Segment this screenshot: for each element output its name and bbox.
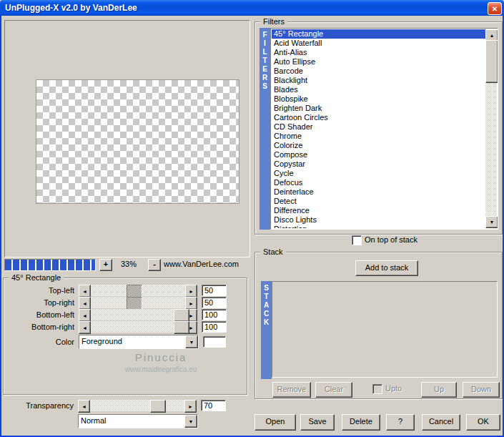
filter-list-item[interactable]: Colorize [272,141,485,150]
save-button[interactable]: Save [300,414,335,431]
parameters-group-label: 45° Rectangle [9,272,64,283]
bottom-right-value[interactable]: 100 [202,321,227,333]
arrow-left-icon[interactable]: ◄ [79,285,91,298]
preview-transparency-image[interactable] [36,79,239,204]
top-left-value[interactable]: 50 [202,285,227,296]
watermark-site: www.maidiregrafica.eu [97,365,225,373]
delete-button[interactable]: Delete [342,414,380,431]
transparency-value[interactable]: 70 [201,400,226,411]
scrollbar-thumb[interactable] [485,40,498,83]
arrow-left-icon[interactable]: ◄ [78,400,90,413]
top-left-track[interactable] [91,285,185,296]
filter-list-item[interactable]: Cycle [272,169,485,178]
strip-letter: F [262,31,267,39]
strip-letter: S [264,284,269,292]
on-top-of-stack-label: On top of stack [365,235,417,245]
strip-letter: L [262,48,267,56]
transparency-label: Transparency [6,401,78,410]
filter-list-item[interactable]: Defocus [272,178,485,187]
transparency-slider[interactable]: ◄ ► [78,400,197,411]
filter-list-item[interactable]: Auto Ellipse [272,57,485,67]
color-dropdown[interactable]: Foreground ▼ [79,335,199,349]
on-top-of-stack-checkbox[interactable] [352,235,362,245]
filter-list-item[interactable]: Barcode [272,67,485,76]
bottom-right-row: Bottom-right ◄ ► 100 [6,321,242,333]
filter-list-item[interactable]: Chrome [272,132,485,141]
open-button[interactable]: Open [255,414,296,431]
clear-button[interactable]: Clear [315,382,352,398]
blend-row: Normal ▼ [6,415,242,428]
top-right-track[interactable] [91,297,185,308]
top-left-slider[interactable]: ◄ ► [79,285,197,296]
filter-list-item[interactable]: Compose [272,150,485,159]
scroll-down-icon[interactable]: ▼ [485,216,498,228]
filter-list-item[interactable]: Disco Lights [272,215,485,225]
bottom-left-track[interactable] [91,309,185,320]
filter-list-item[interactable]: Blacklight [272,76,485,85]
close-button[interactable]: ✕ [488,2,502,15]
arrow-right-icon[interactable]: ► [185,297,197,310]
filter-list-item[interactable]: Deinterlace [272,187,485,197]
arrow-right-icon[interactable]: ► [184,400,197,413]
strip-letter: S [262,82,267,90]
filter-list-item[interactable]: Cartoon Circles [272,113,485,122]
bottom-left-thumb[interactable] [174,309,189,322]
filter-list-item[interactable]: Distortion [272,225,485,228]
filter-list-item[interactable]: Blobspike [272,94,485,104]
watermark-name: Pinuccia [97,351,225,363]
filters-listbox[interactable]: 45° Rectangle Acid Waterfall Anti-Alias … [270,28,498,230]
filter-list-item[interactable]: Detect [272,197,485,206]
titlebar[interactable]: UnPlugged-X v2.0 by VanDerLee ✕ [0,0,504,16]
filter-list-item[interactable]: Difference [272,206,485,215]
top-right-value[interactable]: 50 [202,297,227,308]
ok-button[interactable]: OK [466,414,500,431]
up-button[interactable]: Up [421,382,457,398]
cancel-button[interactable]: Cancel [422,414,460,431]
top-right-slider[interactable]: ◄ ► [79,297,197,308]
bottom-right-slider[interactable]: ◄ ► [79,321,197,333]
down-button[interactable]: Down [463,382,500,398]
arrow-right-icon[interactable]: ► [185,285,197,298]
zoom-out-button[interactable]: - [148,259,161,271]
bottom-left-slider[interactable]: ◄ ► [79,309,197,320]
filter-list-item[interactable]: CD Shader [272,122,485,132]
arrow-left-icon[interactable]: ◄ [79,321,91,334]
vanderlee-link[interactable]: www.VanDerLee.com [164,260,239,268]
strip-letter: R [262,74,267,82]
filters-list: 45° Rectangle Acid Waterfall Anti-Alias … [272,29,485,228]
bottom-right-label: Bottom-right [6,323,79,331]
top-right-thumb[interactable] [127,297,142,310]
arrow-left-icon[interactable]: ◄ [79,309,91,322]
help-button[interactable]: ? [386,414,415,431]
filters-scrollbar[interactable]: ▲ ▼ [485,29,497,228]
stack-group-label: Stack [260,247,286,257]
filter-list-item[interactable]: 45° Rectangle [272,29,485,39]
filter-list-item[interactable]: Blades [272,85,485,94]
filter-list-item[interactable]: Acid Waterfall [272,39,485,48]
transparency-thumb[interactable] [150,400,166,413]
chevron-down-icon[interactable]: ▼ [185,335,198,348]
top-left-thumb[interactable] [127,285,142,298]
transparency-track[interactable] [90,400,184,411]
remove-button[interactable]: Remove [272,382,311,398]
filter-list-item[interactable]: Brighten Dark [272,104,485,113]
bottom-left-value[interactable]: 100 [202,309,227,320]
strip-letter: K [264,318,269,326]
stack-list[interactable] [272,281,498,378]
bottom-right-thumb[interactable] [174,321,189,334]
zoom-in-button[interactable]: + [99,259,112,271]
bottom-right-track[interactable] [91,321,185,333]
arrow-left-icon[interactable]: ◄ [79,297,91,310]
transparency-row: Transparency ◄ ► 70 [6,400,242,411]
upto-checkbox[interactable] [372,384,382,394]
blend-mode-dropdown[interactable]: Normal ▼ [78,414,198,428]
add-to-stack-button[interactable]: Add to stack [355,260,418,276]
preview-panel[interactable] [4,20,250,257]
stack-group: Stack Add to stack S T A C K Remove Clea… [255,252,503,399]
filter-list-item[interactable]: Copystar [272,159,485,169]
color-swatch[interactable] [203,336,226,348]
filter-list-item[interactable]: Anti-Alias [272,48,485,57]
chevron-down-icon[interactable]: ▼ [184,415,197,428]
upto-label: Upto [385,384,402,393]
blend-mode-value: Normal [79,415,184,428]
